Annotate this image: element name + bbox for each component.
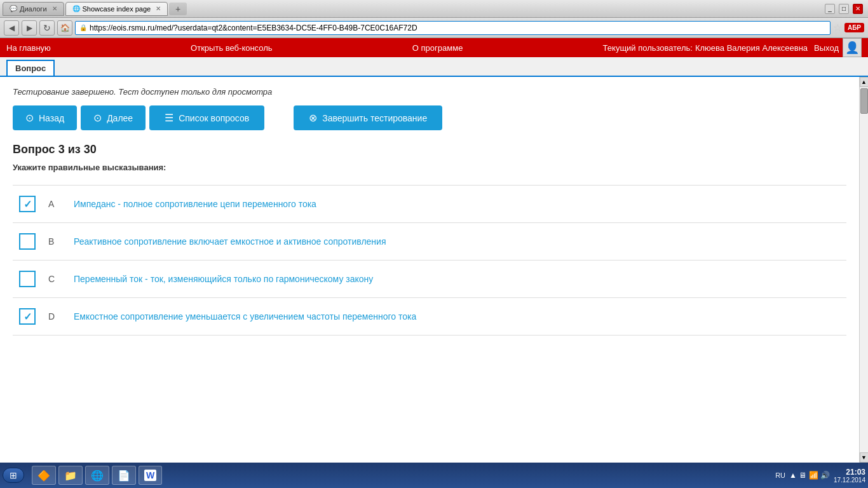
taskbar-app-pdf[interactable]: 📄 xyxy=(112,466,136,485)
chrome-icon: 🌐 xyxy=(91,470,104,482)
question-header: Вопрос 3 из 30 xyxy=(13,143,846,156)
finish-button-label: Завершить тестирование xyxy=(322,113,427,123)
taskbar-date-display: 17.12.2014 xyxy=(834,477,865,484)
checkbox-c[interactable] xyxy=(19,271,36,287)
language-indicator: RU xyxy=(775,471,785,479)
current-user-label: Текущий пользователь: xyxy=(603,43,693,53)
taskbar: ⊞ 🔶 📁 🌐 📄 W RU ▲ 🖥 📶 🔊 21:03 17.12.2014 xyxy=(0,463,868,488)
next-icon: ⊙ xyxy=(93,112,102,124)
console-nav-link[interactable]: Открыть веб-консоль xyxy=(191,43,272,53)
buttons-row: ⊙ Назад ⊙ Далее ☰ Список вопросов ⊗ Заве… xyxy=(13,105,846,130)
option-text-d: Емкостное сопротивление уменьшается с ув… xyxy=(74,311,840,322)
taskbar-app-vlc[interactable]: 🔶 xyxy=(32,466,56,485)
adp-button[interactable]: АБР xyxy=(844,23,864,32)
option-letter-b: B xyxy=(48,236,61,247)
checkbox-a[interactable]: ✓ xyxy=(19,196,36,212)
taskbar-app-word[interactable]: W xyxy=(139,466,162,485)
main-content-area: Тестирование завершено. Тест доступен то… xyxy=(0,77,859,463)
taskbar-app-chrome[interactable]: 🌐 xyxy=(85,466,109,485)
new-tab-button[interactable]: + xyxy=(169,3,187,15)
home-nav-link[interactable]: На главную xyxy=(6,43,51,53)
tab-showcase-icon: 🌐 xyxy=(72,5,80,12)
list-icon: ☰ xyxy=(165,112,173,124)
tab-dialogi-label: Диалоги xyxy=(20,5,47,13)
checkmark-a: ✓ xyxy=(24,198,32,210)
answer-option-d: ✓ D Емкостное сопротивление уменьшается … xyxy=(13,298,846,336)
next-button[interactable]: ⊙ Далее xyxy=(81,105,146,130)
url-bar[interactable]: 🔒 https://eois.rsmu.ru/med/?userdata=qt2… xyxy=(75,21,831,35)
checkbox-d[interactable]: ✓ xyxy=(19,308,36,325)
tab-showcase[interactable]: 🌐 Showcase index page ✕ xyxy=(65,2,168,16)
tab-dialogi-icon: 💬 xyxy=(10,5,17,12)
option-text-a: Импеданс - полное сопротивление цепи пер… xyxy=(74,199,840,209)
question-tab[interactable]: Вопрос xyxy=(6,60,55,76)
close-button[interactable]: ✕ xyxy=(853,4,863,14)
scrollbar-down-button[interactable]: ▼ xyxy=(860,452,869,463)
url-text: https://eois.rsmu.ru/med/?userdata=qt2&c… xyxy=(90,24,417,32)
scrollbar[interactable]: ▲ ▼ xyxy=(859,77,868,463)
question-tab-bar: Вопрос xyxy=(0,57,868,77)
status-message: Тестирование завершено. Тест доступен то… xyxy=(13,87,846,97)
answer-option-c: C Переменный ток - ток, изменяющийся тол… xyxy=(13,261,846,298)
question-instruction: Укажите правильные высказывания: xyxy=(13,163,846,172)
reload-button[interactable]: ↻ xyxy=(39,20,55,36)
back-button[interactable]: ⊙ Назад xyxy=(13,105,77,130)
nav-bar: На главную Открыть веб-консоль О програм… xyxy=(0,38,868,57)
finish-button[interactable]: ⊗ Завершить тестирование xyxy=(294,105,442,130)
option-text-b: Реактивное сопротивление включает емкост… xyxy=(74,236,840,247)
bookmark-star-icon[interactable]: ☆ xyxy=(833,22,842,34)
option-letter-c: C xyxy=(48,274,61,284)
pdf-icon: 📄 xyxy=(118,470,130,482)
answer-option-b: B Реактивное сопротивление включает емко… xyxy=(13,223,846,261)
taskbar-right: RU ▲ 🖥 📶 🔊 21:03 17.12.2014 xyxy=(775,468,865,484)
option-letter-d: D xyxy=(48,311,61,322)
back-button-label: Назад xyxy=(39,113,64,123)
system-tray-icons: ▲ 🖥 📶 🔊 xyxy=(789,471,830,480)
scrollbar-thumb[interactable] xyxy=(860,88,868,114)
answer-option-a: ✓ A Импеданс - полное сопротивление цепи… xyxy=(13,185,846,223)
tab-showcase-label: Showcase index page xyxy=(83,5,151,13)
forward-nav-button[interactable]: ▶ xyxy=(22,20,37,36)
start-button[interactable]: ⊞ xyxy=(3,468,24,483)
minimize-button[interactable]: _ xyxy=(825,4,835,14)
option-text-c: Переменный ток - ток, изменяющийся тольк… xyxy=(74,274,840,284)
current-user-name: Клюева Валерия Алексеевна xyxy=(695,43,808,53)
tab-dialogi[interactable]: 💬 Диалоги ✕ xyxy=(3,2,64,16)
tab-dialogi-close[interactable]: ✕ xyxy=(52,5,57,12)
answer-options-list: ✓ A Импеданс - полное сопротивление цепи… xyxy=(13,185,846,336)
windows-icon: ⊞ xyxy=(10,470,17,480)
list-button-label: Список вопросов xyxy=(179,113,249,123)
lock-icon: 🔒 xyxy=(79,24,87,31)
logout-nav-link[interactable]: Выход xyxy=(814,43,839,53)
checkmark-d: ✓ xyxy=(24,311,32,323)
about-nav-link[interactable]: О программе xyxy=(412,43,463,53)
vlc-icon: 🔶 xyxy=(37,470,50,482)
word-icon: W xyxy=(144,470,156,481)
back-icon: ⊙ xyxy=(25,112,34,124)
option-letter-a: A xyxy=(48,199,61,209)
taskbar-clock: 21:03 17.12.2014 xyxy=(834,468,865,484)
home-button[interactable]: 🏠 xyxy=(57,20,72,36)
back-nav-button[interactable]: ◀ xyxy=(4,20,19,36)
maximize-button[interactable]: □ xyxy=(839,4,849,14)
taskbar-app-folder[interactable]: 📁 xyxy=(58,466,83,485)
tab-showcase-close[interactable]: ✕ xyxy=(156,5,161,12)
finish-icon: ⊗ xyxy=(309,112,317,124)
scrollbar-up-button[interactable]: ▲ xyxy=(860,77,869,87)
address-bar: ◀ ▶ ↻ 🏠 🔒 https://eois.rsmu.ru/med/?user… xyxy=(0,18,868,38)
folder-icon: 📁 xyxy=(64,470,77,482)
user-avatar: 👤 xyxy=(843,38,862,57)
next-button-label: Далее xyxy=(107,113,133,123)
taskbar-time-display: 21:03 xyxy=(834,468,865,477)
checkbox-b[interactable] xyxy=(19,233,36,250)
title-bar: 💬 Диалоги ✕ 🌐 Showcase index page ✕ + _ … xyxy=(0,0,868,18)
list-button[interactable]: ☰ Список вопросов xyxy=(149,105,264,130)
